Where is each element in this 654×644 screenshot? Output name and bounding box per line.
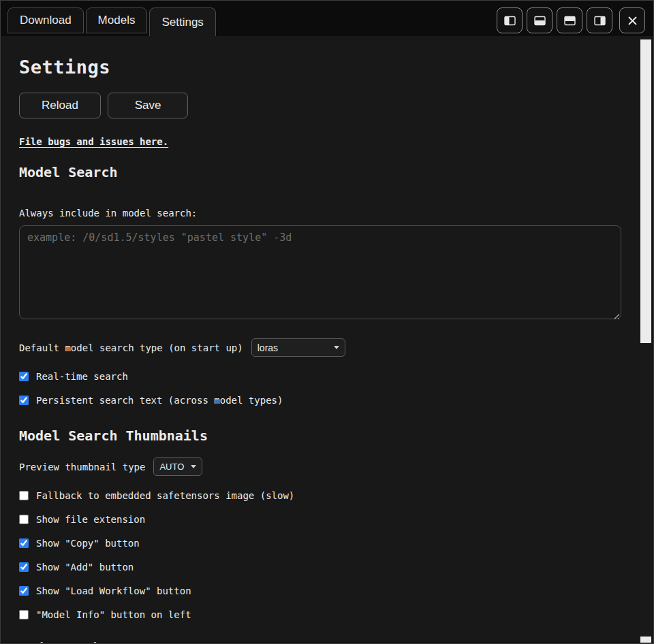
checkbox-label: Show "Add" button <box>36 562 134 573</box>
select-value: AUTO <box>159 462 184 472</box>
reload-button[interactable]: Reload <box>19 93 101 118</box>
tab-models[interactable]: Models <box>86 7 148 33</box>
default-search-type-row: Default model search type (on start up) … <box>19 338 621 357</box>
persistent-search-checkbox[interactable] <box>19 396 29 405</box>
checkbox-label: Show "Copy" button <box>36 538 140 549</box>
show-copy-button-checkbox[interactable] <box>19 538 29 548</box>
save-button[interactable]: Save <box>108 93 188 118</box>
checkbox-row[interactable]: Show file extension <box>19 513 621 526</box>
model-info-left-checkbox[interactable] <box>19 610 29 619</box>
panel-left-icon <box>503 14 516 27</box>
search-include-field <box>19 225 621 322</box>
checkbox-row[interactable]: Show "Add" button <box>19 560 621 574</box>
chevron-down-icon <box>191 465 196 468</box>
sidebar-bottom-button[interactable] <box>527 7 552 33</box>
preview-thumbnail-row: Preview thumbnail type AUTO <box>19 457 621 476</box>
preview-thumbnail-label: Preview thumbnail type <box>19 462 145 472</box>
checkbox-row[interactable]: Show "Copy" button <box>19 536 621 550</box>
checkbox-row[interactable]: "Model Info" button on left <box>19 608 621 622</box>
file-bugs-link[interactable]: File bugs and issues here. <box>19 136 168 147</box>
tab-download[interactable]: Download <box>7 7 84 33</box>
close-button[interactable] <box>619 7 645 33</box>
app-window: Download Models Settings <box>0 0 654 644</box>
model-search-heading: Model Search <box>19 164 621 180</box>
close-icon <box>626 14 639 27</box>
checkbox-row[interactable]: Show "Load Workflow" button <box>19 584 621 598</box>
checkbox-label: Show "Load Workflow" button <box>36 585 191 596</box>
show-add-button-checkbox[interactable] <box>19 562 29 572</box>
always-include-label: Always include in model search: <box>19 208 621 219</box>
realtime-search-checkbox[interactable] <box>19 372 29 381</box>
page-title: Settings <box>19 57 621 78</box>
model-search-include-textarea[interactable] <box>19 225 621 319</box>
tab-settings[interactable]: Settings <box>149 7 215 36</box>
show-load-workflow-checkbox[interactable] <box>19 586 29 596</box>
vertical-scrollbar[interactable] <box>639 36 653 643</box>
action-buttons: Reload Save <box>19 93 621 118</box>
window-controls <box>497 7 645 33</box>
default-search-type-select[interactable]: loras <box>251 338 345 357</box>
chevron-down-icon <box>334 346 339 349</box>
default-search-type-label: Default model search type (on start up) <box>19 342 243 353</box>
checkbox-label: Real-time search <box>36 371 128 382</box>
checkbox-row[interactable]: Real-time search <box>19 370 621 383</box>
thumbnails-heading: Model Search Thumbnails <box>19 428 621 444</box>
fallback-safetensors-checkbox[interactable] <box>19 491 29 500</box>
preview-thumbnail-select[interactable]: AUTO <box>153 457 202 476</box>
checkbox-label: Persistent search text (across model typ… <box>36 395 283 406</box>
scrollbar-corner <box>640 637 651 643</box>
scrollbar-thumb[interactable] <box>640 39 651 343</box>
checkbox-label: "Model Info" button on left <box>36 609 191 620</box>
checkbox-row[interactable]: Fallback to embedded safetensors image (… <box>19 489 621 502</box>
node-graph-heading: Node Graph <box>19 639 621 643</box>
panel-right-icon <box>593 14 606 27</box>
checkbox-label: Show file extension <box>36 514 145 525</box>
select-value: loras <box>258 342 278 353</box>
tab-bar: Download Models Settings <box>1 1 653 36</box>
sidebar-top-button[interactable] <box>557 7 582 33</box>
settings-panel: Settings Reload Save File bugs and issue… <box>1 36 639 643</box>
panel-top-icon <box>563 14 576 27</box>
sidebar-left-button[interactable] <box>497 7 523 33</box>
panel-bottom-icon <box>533 14 546 27</box>
show-file-extension-checkbox[interactable] <box>19 515 29 524</box>
checkbox-label: Fallback to embedded safetensors image (… <box>36 490 294 501</box>
sidebar-right-button[interactable] <box>587 7 612 33</box>
checkbox-row[interactable]: Persistent search text (across model typ… <box>19 393 621 407</box>
